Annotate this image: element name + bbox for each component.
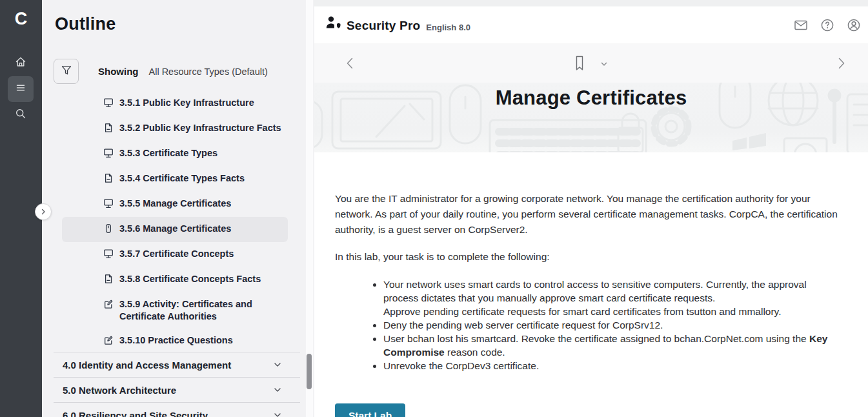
monitor-icon xyxy=(103,249,114,261)
filter-row: Showing All Resource Types (Default) xyxy=(54,59,268,84)
outline-item-3-5-5[interactable]: 3.5.5 Manage Certificates xyxy=(62,192,288,217)
outline-scrollbar-track xyxy=(306,0,313,417)
bookmark-icon xyxy=(574,55,585,72)
task-intro-paragraph: In this lab, your task is to complete th… xyxy=(335,249,842,265)
mail-button[interactable] xyxy=(793,17,809,33)
monitor-icon xyxy=(103,97,114,110)
course-subtitle: English 8.0 xyxy=(426,23,470,33)
next-lesson-button[interactable] xyxy=(833,56,849,71)
top-strip xyxy=(314,0,868,6)
filter-label: Showing xyxy=(98,66,139,77)
section-5-0[interactable]: 5.0 Network Architecture xyxy=(54,377,300,402)
task-item: Your network uses smart cards to control… xyxy=(383,278,842,318)
start-lab-button[interactable]: Start Lab xyxy=(335,403,405,417)
bookmark-dropdown-button[interactable] xyxy=(600,59,609,68)
edit-icon xyxy=(103,335,114,348)
course-title: Security Pro xyxy=(347,19,420,33)
lab-content: You are the IT administrator for a growi… xyxy=(314,152,868,417)
header-icons xyxy=(793,6,862,43)
task-item: User bchan lost his smartcard. Revoke th… xyxy=(383,332,842,359)
outline-item-list: 3.5.1 Public Key Infrastructure 3.5.2 Pu… xyxy=(62,91,288,354)
monitor-icon xyxy=(103,148,114,161)
menu-icon xyxy=(14,81,27,97)
filter-icon xyxy=(61,65,72,79)
chevron-down-icon xyxy=(273,360,282,372)
bookmark-controls xyxy=(314,43,868,83)
outline-panel: Outline Showing All Resource Types (Defa… xyxy=(42,0,314,417)
brand-c-logo: C xyxy=(0,9,42,29)
help-icon xyxy=(820,17,835,33)
chevron-right-icon xyxy=(833,62,849,73)
search-icon xyxy=(14,107,27,123)
help-button[interactable] xyxy=(820,17,835,33)
outline-menu-button[interactable] xyxy=(8,76,34,102)
shield-person-icon xyxy=(325,15,342,33)
search-button[interactable] xyxy=(8,102,34,128)
task-item: Unrevoke the CorpDev3 certificate. xyxy=(383,359,842,372)
home-icon xyxy=(14,56,27,71)
outline-title: Outline xyxy=(55,14,116,34)
document-icon xyxy=(103,173,114,186)
chevron-right-icon xyxy=(40,206,46,218)
section-4-0[interactable]: 4.0 Identity and Access Management xyxy=(54,352,300,377)
task-item: Deny the pending web server certificate … xyxy=(383,318,842,332)
account-icon xyxy=(846,17,862,33)
outline-sections: 4.0 Identity and Access Management 5.0 N… xyxy=(42,352,314,417)
section-6-0[interactable]: 6.0 Resiliency and Site Security xyxy=(54,402,300,417)
document-icon xyxy=(103,123,114,136)
mouse-icon xyxy=(103,223,114,236)
scenario-paragraph: You are the IT administrator for a growi… xyxy=(335,191,842,238)
monitor-icon xyxy=(103,198,114,211)
bookmark-button[interactable] xyxy=(574,55,585,72)
outline-item-3-5-1[interactable]: 3.5.1 Public Key Infrastructure xyxy=(62,91,288,116)
outline-item-3-5-3[interactable]: 3.5.3 Certificate Types xyxy=(62,141,288,167)
filter-button[interactable] xyxy=(54,59,79,84)
outline-item-3-5-10[interactable]: 3.5.10 Practice Questions xyxy=(62,329,288,354)
task-list: Your network uses smart cards to control… xyxy=(335,278,842,372)
main-area: Security Pro English 8.0 xyxy=(314,0,868,417)
outline-scrollbar-thumb[interactable] xyxy=(307,354,312,389)
outline-item-3-5-2[interactable]: 3.5.2 Public Key Infrastructure Facts xyxy=(62,116,288,141)
chevron-down-icon xyxy=(273,411,282,417)
lesson-nav-toolbar xyxy=(314,43,868,83)
mail-icon xyxy=(793,17,809,33)
account-button[interactable] xyxy=(846,17,862,33)
outline-item-3-5-6-selected[interactable]: 3.5.6 Manage Certificates xyxy=(62,217,288,242)
lesson-banner: Manage Certificates xyxy=(314,83,868,152)
edit-icon xyxy=(103,299,114,312)
page-title: Manage Certificates xyxy=(314,86,868,110)
document-icon xyxy=(103,274,114,287)
outline-item-3-5-9[interactable]: 3.5.9 Activity: Certificates and Certifi… xyxy=(62,292,288,329)
outline-item-3-5-8[interactable]: 3.5.8 Certificate Concepts Facts xyxy=(62,267,288,292)
course-brand: Security Pro English 8.0 xyxy=(325,15,470,33)
outline-item-3-5-7[interactable]: 3.5.7 Certificate Concepts xyxy=(62,242,288,267)
app-window: C Outline xyxy=(0,0,868,417)
chevron-down-icon xyxy=(600,59,609,68)
outline-item-3-5-4[interactable]: 3.5.4 Certificate Types Facts xyxy=(62,167,288,192)
filter-value: All Resource Types (Default) xyxy=(149,66,268,77)
panel-collapse-toggle[interactable] xyxy=(35,203,52,220)
chevron-down-icon xyxy=(273,385,282,397)
home-button[interactable] xyxy=(8,50,34,76)
course-header: Security Pro English 8.0 xyxy=(314,6,868,44)
